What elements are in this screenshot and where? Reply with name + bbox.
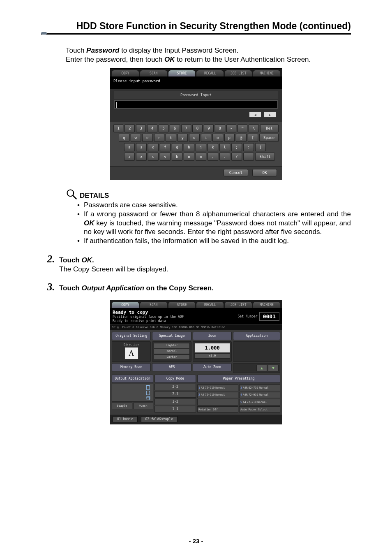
key-r[interactable]: r	[154, 134, 165, 142]
key-n[interactable]: n	[184, 153, 194, 161]
key-u[interactable]: u	[189, 134, 200, 142]
key-f[interactable]: f	[160, 143, 171, 151]
tab-store[interactable]: STORE	[168, 70, 196, 76]
preset-01-basic[interactable]: 01 basic	[113, 416, 138, 422]
status-orig-label: Orig. Count	[112, 326, 131, 329]
key-i[interactable]: i	[201, 134, 212, 142]
tab-machine[interactable]: MACHINE	[253, 302, 280, 308]
auto-paper-select-button[interactable]: Auto Paper Select	[239, 406, 280, 413]
copy-mode-1-2[interactable]: 1-2	[154, 398, 196, 405]
key-z[interactable]: z	[124, 153, 135, 161]
key-g[interactable]: g	[172, 143, 182, 151]
key-3[interactable]: 3	[136, 124, 146, 132]
key-period[interactable]: .	[219, 153, 230, 161]
key-o[interactable]: o	[212, 134, 223, 142]
copy-mode-1-1[interactable]: 1-1	[154, 406, 196, 412]
key-5[interactable]: 5	[159, 124, 168, 132]
rotation-off-button[interactable]: Rotation Off	[197, 406, 238, 413]
key-s[interactable]: s	[136, 143, 147, 151]
key-1[interactable]: 1	[113, 124, 123, 132]
darker-button[interactable]: Darker	[154, 354, 189, 360]
memory-scan-button[interactable]: Memory Scan	[112, 363, 151, 371]
tab-copy[interactable]: COPY	[112, 302, 139, 308]
key-c[interactable]: c	[148, 153, 159, 161]
key-9[interactable]: 9	[204, 124, 214, 132]
special-image-button[interactable]: Special Image	[152, 332, 191, 340]
key-v[interactable]: v	[160, 153, 171, 161]
magnifier-icon	[66, 188, 77, 200]
output-application-button[interactable]: Output Application	[112, 375, 153, 383]
key-lbracket[interactable]: [	[248, 134, 258, 142]
key-8[interactable]: 8	[192, 124, 202, 132]
key-2[interactable]: 2	[125, 124, 134, 132]
tab-machine[interactable]: MACHINE	[253, 70, 280, 76]
key-comma[interactable]: ,	[208, 153, 218, 161]
zoom-small[interactable]: x1.0	[194, 353, 230, 359]
key-e[interactable]: e	[142, 134, 153, 142]
key-backslash[interactable]: \	[249, 124, 258, 132]
key-l[interactable]: l	[219, 143, 230, 151]
key-y[interactable]: y	[178, 134, 188, 142]
copy-mode-2-1[interactable]: 2-1	[154, 391, 196, 398]
key-shift[interactable]: Shift	[255, 153, 275, 161]
key-m[interactable]: m	[196, 153, 206, 161]
tab-copy[interactable]: COPY	[112, 70, 139, 76]
paper-tray-3[interactable]: 3A4R 62~719 Normal	[239, 385, 280, 391]
original-setting-button[interactable]: Original Setting	[112, 332, 151, 340]
key-a[interactable]: a	[124, 143, 135, 151]
ok-button[interactable]: OK	[252, 169, 277, 176]
key-caret[interactable]: ^	[238, 124, 247, 132]
key-blank[interactable]	[243, 153, 254, 161]
lighter-button[interactable]: Lighter	[154, 343, 189, 348]
key-space[interactable]: Space	[259, 134, 279, 142]
key-0[interactable]: 0	[215, 124, 225, 132]
tab-store[interactable]: STORE	[168, 302, 196, 308]
key-p[interactable]: p	[224, 134, 235, 142]
key-dash[interactable]: -	[226, 124, 236, 132]
aes-button[interactable]: AES	[152, 363, 191, 371]
staple-button[interactable]: Staple	[112, 403, 132, 409]
scroll-down-button[interactable]: ▼	[268, 365, 279, 371]
paper-tray-2[interactable]: 2A4 72~919 Normal	[197, 392, 238, 398]
key-colon[interactable]: :	[243, 143, 254, 151]
paper-tray-5[interactable]: 5A4 72~919 Normal	[239, 399, 280, 405]
key-w[interactable]: w	[131, 134, 141, 142]
tab-scan[interactable]: SCAN	[140, 70, 167, 76]
key-semicolon[interactable]: ;	[231, 143, 242, 151]
tab-recall[interactable]: RECALL	[196, 70, 224, 76]
tab-recall[interactable]: RECALL	[196, 302, 224, 308]
password-field[interactable]	[114, 100, 278, 109]
paper-tray-empty[interactable]	[197, 399, 238, 405]
copy-mode-2-2[interactable]: 2-2	[154, 384, 196, 390]
paper-tray-1[interactable]: 1A3 72~919 Normal	[197, 385, 238, 391]
key-slash[interactable]: /	[231, 153, 242, 161]
paper-tray-4[interactable]: 4A4R 72~919 Normal	[239, 392, 280, 398]
key-j[interactable]: j	[196, 143, 206, 151]
punch-button[interactable]: Punch	[133, 403, 154, 409]
output-icons	[112, 384, 153, 402]
key-7[interactable]: 7	[181, 124, 191, 132]
key-rbracket[interactable]: ]	[255, 143, 266, 151]
normal-button[interactable]: Normal	[154, 349, 189, 354]
auto-zoom-button[interactable]: Auto Zoom	[193, 363, 232, 371]
cancel-button[interactable]: Cancel	[224, 169, 248, 176]
key-del[interactable]: Del	[260, 124, 279, 132]
key-k[interactable]: k	[208, 143, 218, 151]
key-t[interactable]: t	[166, 134, 176, 142]
application-button[interactable]: Application	[233, 332, 280, 340]
caret-right-button[interactable]: ►	[264, 112, 276, 118]
key-4[interactable]: 4	[147, 124, 157, 132]
tab-joblist[interactable]: JOB LIST	[225, 70, 252, 76]
key-b[interactable]: b	[172, 153, 182, 161]
key-h[interactable]: h	[184, 143, 194, 151]
key-d[interactable]: d	[148, 143, 159, 151]
preset-02-foldstaple[interactable]: 02 fold&staple	[141, 416, 178, 422]
key-at[interactable]: @	[236, 134, 247, 142]
tab-scan[interactable]: SCAN	[140, 302, 167, 308]
caret-left-button[interactable]: ◄	[249, 112, 261, 118]
key-6[interactable]: 6	[170, 124, 180, 132]
scroll-up-button[interactable]: ▲	[256, 365, 267, 371]
key-q[interactable]: q	[119, 134, 129, 142]
tab-joblist[interactable]: JOB LIST	[225, 302, 252, 308]
key-x[interactable]: x	[136, 153, 147, 161]
